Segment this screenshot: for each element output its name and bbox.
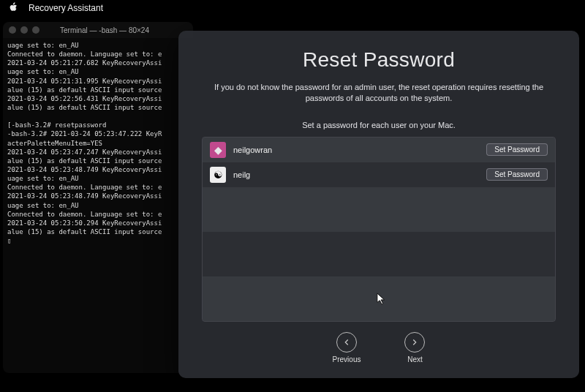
avatar: ☯ xyxy=(210,167,226,183)
apple-menu-icon[interactable] xyxy=(9,2,18,14)
terminal-output[interactable]: uage set to: en_AU Connected to daemon. … xyxy=(3,38,193,248)
list-empty-row xyxy=(203,187,555,232)
menubar: Recovery Assistant xyxy=(0,0,585,16)
previous-button[interactable]: Previous xyxy=(333,332,361,363)
dialog-description: If you do not know the password for an a… xyxy=(202,82,556,105)
user-list: ◆ neilgowran Set Password ☯ neilg Set Pa… xyxy=(202,137,556,322)
zoom-icon[interactable] xyxy=(32,26,39,34)
avatar: ◆ xyxy=(210,142,226,158)
set-password-button[interactable]: Set Password xyxy=(486,143,548,156)
list-empty-row xyxy=(203,276,555,321)
list-empty-row xyxy=(203,232,555,276)
terminal-titlebar: Terminal — -bash — 80×24 xyxy=(3,22,193,38)
set-password-button[interactable]: Set Password xyxy=(486,168,548,181)
close-icon[interactable] xyxy=(9,26,16,34)
app-menu-name[interactable]: Recovery Assistant xyxy=(29,3,103,13)
arrow-right-icon xyxy=(404,332,425,353)
username-label: neilgowran xyxy=(233,146,479,154)
dialog-title: Reset Password xyxy=(303,48,455,72)
username-label: neilg xyxy=(233,170,479,179)
next-label: Next xyxy=(407,355,423,363)
reset-password-dialog: Reset Password If you do not know the pa… xyxy=(178,31,579,378)
dialog-subtitle: Set a password for each user on your Mac… xyxy=(302,121,456,129)
arrow-left-icon xyxy=(336,332,357,353)
next-button[interactable]: Next xyxy=(404,332,425,363)
previous-label: Previous xyxy=(333,355,361,363)
terminal-title: Terminal — -bash — 80×24 xyxy=(44,26,165,34)
user-row: ☯ neilg Set Password xyxy=(203,162,555,187)
terminal-window: Terminal — -bash — 80×24 uage set to: en… xyxy=(3,22,193,373)
user-row: ◆ neilgowran Set Password xyxy=(203,137,555,162)
dialog-nav: Previous Next xyxy=(333,332,426,366)
minimize-icon[interactable] xyxy=(20,26,28,34)
